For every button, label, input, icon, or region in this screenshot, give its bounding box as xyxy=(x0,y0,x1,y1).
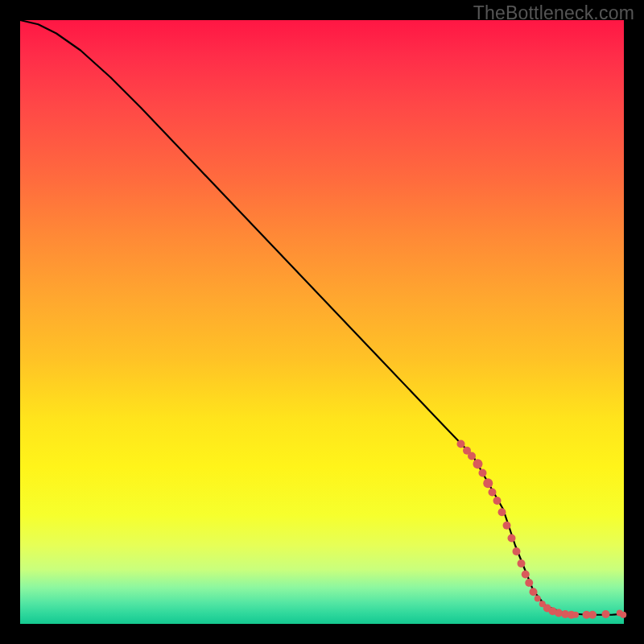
data-point xyxy=(518,559,526,568)
curve-markers xyxy=(457,440,627,619)
data-point xyxy=(522,571,530,579)
data-point xyxy=(513,547,521,555)
data-point xyxy=(588,611,597,619)
data-point xyxy=(468,452,476,460)
data-point xyxy=(508,535,516,543)
data-point xyxy=(498,508,506,516)
data-point xyxy=(457,440,465,448)
data-point xyxy=(535,596,541,602)
bottleneck-curve xyxy=(20,20,624,615)
data-point xyxy=(489,489,497,497)
data-point xyxy=(493,497,502,505)
data-point xyxy=(530,588,538,596)
data-point xyxy=(503,522,511,530)
watermark-text: TheBottleneck.com xyxy=(473,2,634,24)
data-point xyxy=(602,610,610,618)
chart-frame: TheBottleneck.com xyxy=(0,0,644,644)
plot-area xyxy=(20,20,624,624)
data-point xyxy=(479,469,487,477)
data-point xyxy=(572,612,579,618)
data-point xyxy=(525,579,533,587)
data-point xyxy=(473,459,483,469)
data-point xyxy=(483,478,493,488)
chart-overlay xyxy=(20,20,624,624)
data-point xyxy=(620,612,626,618)
